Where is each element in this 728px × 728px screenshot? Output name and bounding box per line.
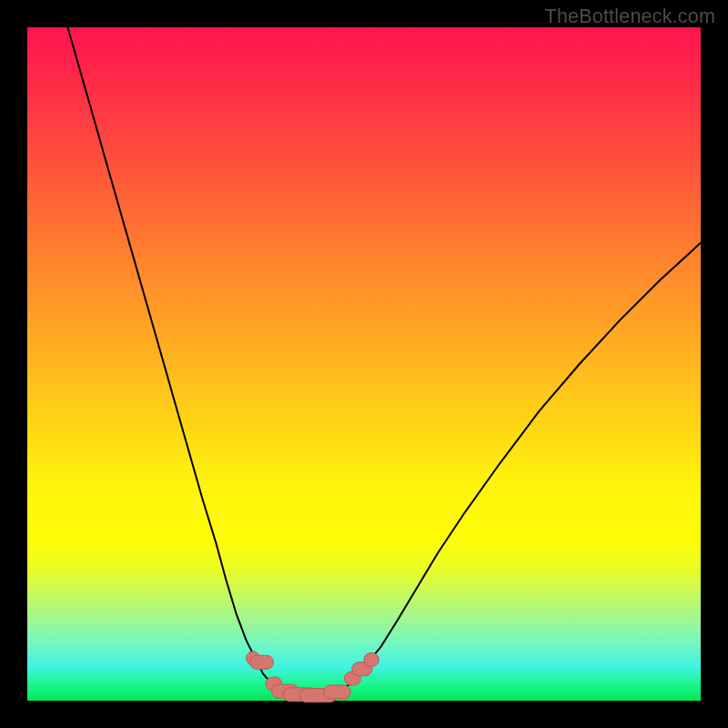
bottleneck-curve	[67, 27, 701, 695]
svg-rect-1	[250, 655, 274, 669]
chart-frame: TheBottleneck.com	[0, 0, 728, 728]
marker-point	[364, 652, 379, 666]
marker-point	[324, 685, 351, 699]
marker-point	[250, 655, 274, 669]
curve-layer	[67, 27, 701, 695]
svg-rect-9	[364, 652, 379, 666]
watermark-text: TheBottleneck.com	[545, 5, 715, 28]
chart-svg	[27, 27, 701, 701]
svg-rect-6	[324, 685, 351, 699]
